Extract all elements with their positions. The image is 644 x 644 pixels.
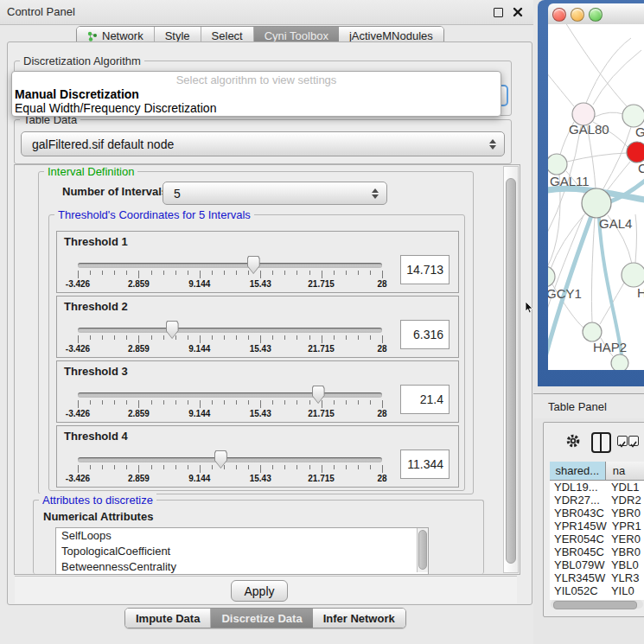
table-row[interactable]: YBR045CYBR0 bbox=[550, 545, 644, 558]
slider-tick-label: 21.715 bbox=[308, 474, 335, 483]
slider-minor-tick bbox=[114, 465, 115, 469]
threshold-value-field[interactable]: 6.316 bbox=[400, 320, 450, 349]
network-node[interactable] bbox=[622, 263, 644, 287]
split-columns-icon[interactable] bbox=[591, 432, 611, 453]
table-row[interactable]: YBR043CYBR0 bbox=[550, 507, 644, 520]
table-cell-shared-name[interactable]: YPR145W bbox=[550, 520, 607, 532]
table-row[interactable]: YPR145WYPR1 bbox=[550, 520, 644, 532]
table-row[interactable]: YER054CYER0 bbox=[550, 532, 644, 545]
network-edge[interactable] bbox=[586, 38, 631, 103]
network-edge[interactable] bbox=[548, 73, 574, 106]
table-cell-name[interactable]: YBR0 bbox=[606, 545, 644, 558]
network-node[interactable] bbox=[611, 354, 628, 370]
table-cell-name[interactable]: YDR2 bbox=[606, 494, 644, 507]
network-node[interactable] bbox=[582, 188, 611, 218]
table-cell-shared-name[interactable]: YBR045C bbox=[550, 545, 606, 558]
table-cell-shared-name[interactable]: YBL079W bbox=[550, 558, 606, 571]
table-row[interactable]: YLR345WYLR3 bbox=[550, 571, 644, 584]
network-node[interactable] bbox=[548, 266, 555, 287]
minimize-traffic-light-icon[interactable] bbox=[571, 8, 584, 22]
gear-icon[interactable] bbox=[565, 433, 581, 449]
slider-minor-tick bbox=[126, 271, 127, 275]
zoom-traffic-light-icon[interactable] bbox=[589, 8, 603, 22]
slider-minor-tick bbox=[90, 465, 91, 469]
network-canvas[interactable]: GAL80GACGAL11GAL4GCY1HHAP2 bbox=[548, 24, 644, 370]
tab-discretize-data[interactable]: Discretize Data bbox=[211, 609, 312, 628]
slider-track[interactable] bbox=[78, 328, 382, 333]
network-edge-thick[interactable] bbox=[599, 218, 622, 355]
network-node-label: GCY1 bbox=[548, 286, 582, 301]
slider-major-tick bbox=[260, 335, 261, 343]
table-row[interactable]: YDL19...YDL1 bbox=[550, 481, 644, 494]
slider-thumb[interactable] bbox=[166, 321, 179, 339]
close-traffic-light-icon[interactable] bbox=[552, 8, 566, 22]
network-edge[interactable] bbox=[593, 50, 641, 105]
main-scrollbar-thumb[interactable] bbox=[506, 178, 516, 564]
table-cell-name[interactable]: YLR3 bbox=[606, 571, 644, 584]
column-header-shared-name[interactable]: shared... bbox=[550, 462, 606, 481]
algorithm-option-manual[interactable]: Manual Discretization bbox=[15, 87, 139, 101]
network-window-titlebar[interactable] bbox=[548, 3, 644, 25]
list-item[interactable]: BetweennessCentrality bbox=[56, 559, 428, 575]
network-node[interactable] bbox=[627, 142, 644, 163]
slider-tick-label: 2.859 bbox=[128, 279, 150, 289]
network-view-window[interactable]: GAL80GACGAL11GAL4GCY1HHAP2 bbox=[538, 0, 644, 386]
float-window-icon[interactable] bbox=[494, 8, 503, 17]
algorithm-option-equal-width[interactable]: Equal Width/Frequency Discretization bbox=[15, 101, 216, 115]
list-item[interactable]: TopologicalCoefficient bbox=[56, 544, 428, 559]
numerical-attributes-list[interactable]: SelfLoopsTopologicalCoefficientBetweenne… bbox=[55, 527, 429, 575]
threshold-label: Threshold 4 bbox=[64, 430, 128, 443]
slider-track[interactable] bbox=[78, 392, 382, 398]
network-edge[interactable] bbox=[565, 24, 628, 107]
slider-tick-label: 21.715 bbox=[308, 279, 335, 289]
slider-track[interactable] bbox=[78, 457, 382, 462]
slider-thumb[interactable] bbox=[214, 450, 227, 469]
table-hscrollbar-thumb[interactable] bbox=[553, 601, 637, 609]
table-data-combo[interactable]: galFiltered.sif default node bbox=[21, 131, 505, 156]
table-cell-name[interactable]: YIL0 bbox=[606, 584, 644, 597]
threshold-value-field[interactable]: 11.344 bbox=[400, 450, 450, 479]
table-row[interactable]: YBL079WYBL0 bbox=[550, 558, 644, 571]
network-edge[interactable] bbox=[635, 214, 637, 263]
table-cell-name[interactable]: YPR1 bbox=[607, 520, 644, 532]
list-item[interactable]: SelfLoops bbox=[56, 528, 428, 544]
number-of-intervals-combo[interactable]: 5 bbox=[163, 182, 387, 205]
table-cell-name[interactable]: YBR0 bbox=[606, 507, 644, 520]
algorithm-placeholder-option[interactable]: Select algorithm to view settings bbox=[12, 73, 501, 86]
slider-thumb[interactable] bbox=[312, 386, 325, 404]
slider-minor-tick bbox=[296, 271, 297, 275]
list-scrollbar-thumb[interactable] bbox=[418, 530, 427, 570]
network-node[interactable] bbox=[583, 322, 602, 341]
table-cell-shared-name[interactable]: YER054C bbox=[550, 532, 606, 545]
table-row[interactable]: YDR27...YDR2 bbox=[550, 494, 644, 507]
close-icon[interactable] bbox=[513, 7, 523, 17]
checkbox-select-icon[interactable] bbox=[628, 436, 639, 446]
apply-button[interactable]: Apply bbox=[231, 580, 288, 602]
network-edge[interactable] bbox=[591, 218, 595, 322]
threshold-block: Threshold 3-3.4262.8599.14415.4321.71528… bbox=[56, 360, 459, 423]
checkbox-select-all-icon[interactable] bbox=[617, 436, 628, 446]
slider-track[interactable] bbox=[78, 263, 382, 268]
table-cell-name[interactable]: YBL0 bbox=[606, 558, 644, 571]
tab-infer-network[interactable]: Infer Network bbox=[313, 609, 405, 628]
network-node-label: HAP2 bbox=[593, 340, 627, 354]
table-cell-name[interactable]: YDL1 bbox=[606, 481, 644, 494]
network-edge[interactable] bbox=[595, 112, 623, 117]
table-cell-shared-name[interactable]: YBR043C bbox=[550, 507, 606, 520]
table-row[interactable]: YIL052CYIL0 bbox=[550, 584, 644, 597]
table-cell-name[interactable]: YER0 bbox=[606, 532, 644, 545]
table-cell-shared-name[interactable]: YDR27... bbox=[550, 494, 606, 507]
table-cell-shared-name[interactable]: YLR345W bbox=[550, 571, 606, 584]
slider-tick-label: 21.715 bbox=[308, 344, 335, 354]
tab-impute-data[interactable]: Impute Data bbox=[125, 609, 211, 628]
slider-minor-tick bbox=[358, 400, 359, 405]
column-header-name[interactable]: na bbox=[606, 462, 644, 481]
numerical-attributes-label: Numerical Attributes bbox=[43, 510, 153, 523]
network-node[interactable] bbox=[548, 154, 567, 175]
table-cell-shared-name[interactable]: YDL19... bbox=[550, 481, 606, 494]
slider-minor-tick bbox=[151, 335, 152, 340]
threshold-value-field[interactable]: 14.713 bbox=[400, 255, 450, 284]
table-cell-shared-name[interactable]: YIL052C bbox=[550, 584, 606, 597]
threshold-value-field[interactable]: 21.4 bbox=[400, 385, 450, 414]
slider-major-tick bbox=[78, 271, 79, 278]
